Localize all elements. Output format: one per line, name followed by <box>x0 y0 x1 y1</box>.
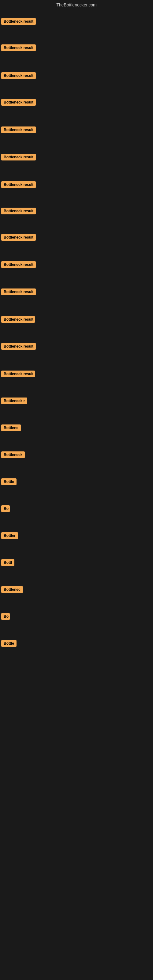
bottleneck-badge-7: Bottleneck result <box>1 181 36 189</box>
bottleneck-badge-4: Bottleneck result <box>1 99 36 107</box>
bottleneck-badge-13: Bottleneck result <box>1 343 36 351</box>
bottleneck-badge-6: Bottleneck result <box>1 154 36 162</box>
bottleneck-badge-9: Bottleneck result <box>1 234 36 242</box>
bottleneck-badge-15: Bottleneck r <box>1 398 27 406</box>
bottleneck-badge-24: Bottle <box>1 640 16 648</box>
bottleneck-badge-2: Bottleneck result <box>1 45 36 52</box>
bottleneck-badge-3: Bottleneck result <box>1 72 36 80</box>
bottleneck-badge-16: Bottlene <box>1 425 21 433</box>
site-title: TheBottlenecker.com <box>0 0 153 10</box>
bottleneck-badge-17: Bottleneck <box>1 452 25 460</box>
bottleneck-badge-20: Bottler <box>1 532 18 540</box>
bottleneck-badge-22: Bottlenec <box>1 586 23 594</box>
bottleneck-badge-12: Bottleneck result <box>1 316 35 324</box>
bottleneck-badge-14: Bottleneck result <box>1 371 35 379</box>
bottleneck-badge-23: Bo <box>1 613 10 621</box>
bottleneck-badge-11: Bottleneck result <box>1 288 36 296</box>
bottleneck-badge-8: Bottleneck result <box>1 208 36 216</box>
bottleneck-badge-5: Bottleneck result <box>1 126 36 134</box>
bottleneck-badge-21: Bottl <box>1 559 14 567</box>
bottleneck-badge-10: Bottleneck result <box>1 261 36 269</box>
bottleneck-badge-18: Bottle <box>1 478 16 486</box>
bottleneck-badge-19: Bo <box>1 505 10 513</box>
bottleneck-badge-1: Bottleneck result <box>1 18 36 26</box>
